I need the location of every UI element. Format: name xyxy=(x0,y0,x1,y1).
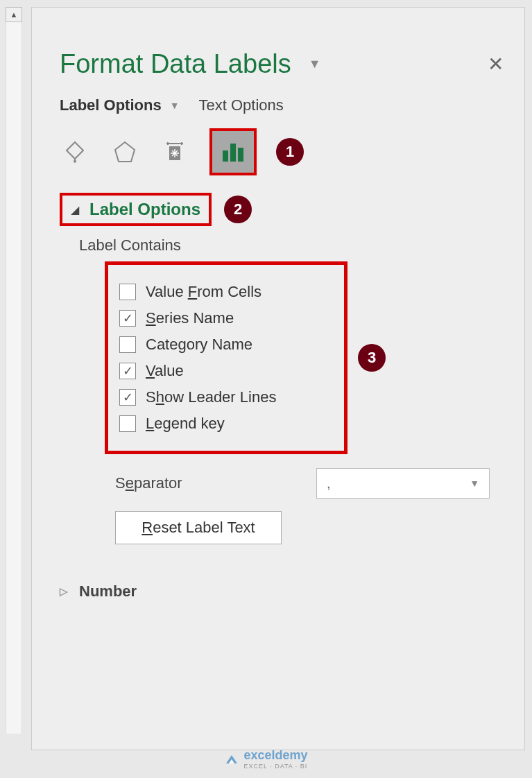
checkbox-value[interactable]: ✓ Value xyxy=(119,362,333,380)
watermark-brand: exceldemy xyxy=(243,748,307,763)
label-options-label: Label Options xyxy=(89,200,200,219)
watermark-tagline: EXCEL · DATA · BI xyxy=(243,763,307,770)
checkbox-icon[interactable] xyxy=(119,336,136,353)
size-properties-icon[interactable] xyxy=(160,137,190,167)
reset-label-text-button[interactable]: Reset Label Text xyxy=(115,511,282,544)
checkbox-show-leader-lines[interactable]: ✓ Show Leader Lines xyxy=(119,388,333,406)
close-icon[interactable]: ✕ xyxy=(488,53,504,76)
scroll-up-arrow-icon[interactable]: ▲ xyxy=(6,7,22,22)
number-section-header[interactable]: ▷ Number xyxy=(60,582,504,600)
annotation-badge-2: 2 xyxy=(224,196,252,223)
pane-options-dropdown-icon[interactable]: ▼ xyxy=(309,57,321,71)
checkbox-series-name[interactable]: ✓ Series Name xyxy=(119,309,333,327)
separator-label: Separator xyxy=(115,474,182,492)
vertical-scrollbar[interactable]: ▲ xyxy=(6,7,22,749)
number-label: Number xyxy=(79,582,137,600)
pane-title: Format Data Labels xyxy=(60,49,291,79)
checkbox-icon[interactable]: ✓ xyxy=(119,389,136,406)
chevron-down-icon: ▼ xyxy=(470,478,479,489)
checkbox-icon[interactable] xyxy=(119,415,136,432)
checkbox-category-name[interactable]: Category Name xyxy=(119,336,333,354)
watermark-logo-icon xyxy=(224,752,238,766)
collapsed-triangle-icon: ▷ xyxy=(60,585,68,598)
svg-rect-5 xyxy=(223,150,228,162)
format-data-labels-pane: Format Data Labels ▼ ✕ Label Options ▼ T… xyxy=(31,7,525,750)
watermark: exceldemy EXCEL · DATA · BI xyxy=(224,748,307,770)
tab-text-options[interactable]: Text Options xyxy=(199,96,284,114)
effects-icon[interactable] xyxy=(110,137,140,167)
checkbox-icon[interactable]: ✓ xyxy=(119,363,136,379)
annotation-badge-1: 1 xyxy=(276,138,304,166)
checkbox-value-from-cells[interactable]: Value From Cells xyxy=(119,283,333,301)
checkbox-label: Value From Cells xyxy=(146,283,261,301)
annotation-badge-3: 3 xyxy=(358,344,386,372)
svg-rect-7 xyxy=(238,148,243,162)
expanded-triangle-icon: ◢ xyxy=(71,203,79,216)
label-contains-heading: Label Contains xyxy=(79,236,504,254)
checkbox-label: Legend key xyxy=(146,415,225,433)
checkbox-label: Value xyxy=(146,362,184,380)
checkbox-icon[interactable] xyxy=(119,284,136,300)
reset-button-label: Reset Label Text xyxy=(141,519,255,537)
checkbox-icon[interactable]: ✓ xyxy=(119,310,136,327)
separator-dropdown[interactable]: , ▼ xyxy=(316,468,490,499)
checkbox-label: Show Leader Lines xyxy=(146,388,276,406)
label-contains-group: 3 Value From Cells ✓ Series Name Categor… xyxy=(105,261,347,454)
fill-line-icon[interactable] xyxy=(60,137,90,167)
separator-value: , xyxy=(327,476,331,492)
svg-marker-0 xyxy=(115,142,135,162)
checkbox-label: Category Name xyxy=(146,336,252,354)
tab-label-options[interactable]: Label Options xyxy=(60,96,162,114)
svg-rect-6 xyxy=(230,144,236,162)
label-options-icon[interactable] xyxy=(209,128,257,175)
scrollbar-track[interactable] xyxy=(6,22,22,734)
checkbox-label: Series Name xyxy=(146,309,234,327)
label-options-section-header[interactable]: ◢ Label Options xyxy=(60,193,212,226)
chevron-down-icon[interactable]: ▼ xyxy=(170,100,180,111)
checkbox-legend-key[interactable]: Legend key xyxy=(119,415,333,433)
